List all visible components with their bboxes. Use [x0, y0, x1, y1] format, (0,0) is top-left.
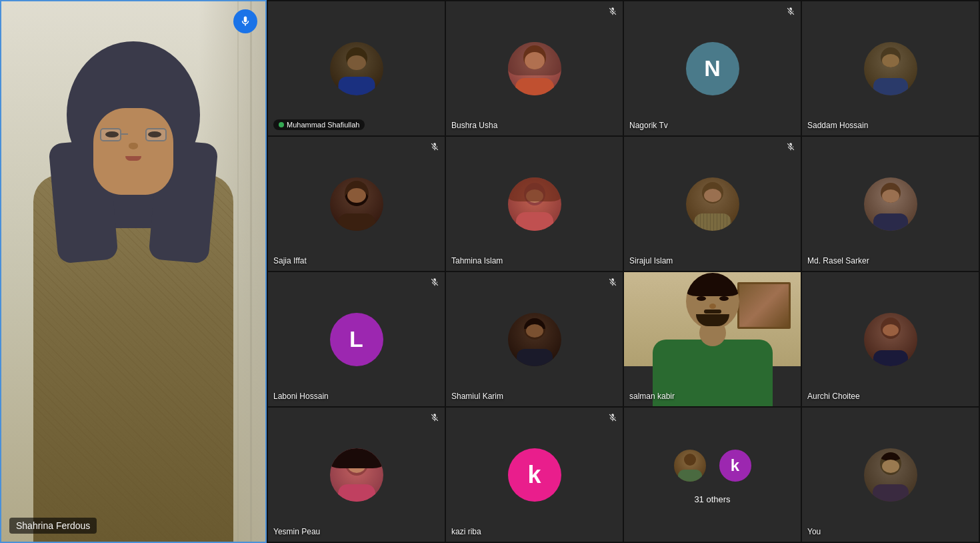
participant-tile-others[interactable]: k 31 others [624, 408, 801, 542]
participant-name-you: You [807, 527, 821, 536]
participant-tile-laboni[interactable]: L Laboni Hossain [268, 272, 445, 406]
participant-tile-sajia[interactable]: Sajia Iffat [268, 137, 445, 271]
participant-tile-nagorik[interactable]: N Nagorik Tv [624, 1, 801, 135]
participant-name-kaziriba: kazi riba [451, 527, 481, 536]
mute-icon-sajia [430, 142, 439, 153]
mute-icon-nagorik [786, 7, 795, 18]
participant-name-sajia: Sajia Iffat [273, 256, 307, 265]
participant-tile-shafiullah[interactable]: Muhammad Shafiullah [268, 1, 445, 135]
participant-tile-you[interactable]: You [802, 408, 979, 542]
participant-tile-tahmina[interactable]: Tahmina Islam [446, 137, 623, 271]
participant-name-sirajul: Sirajul Islam [629, 256, 673, 265]
participant-name-saddam: Saddam Hossain [807, 121, 868, 130]
participant-name-rasel: Md. Rasel Sarker [807, 256, 869, 265]
mute-icon-yesmin [430, 413, 439, 424]
presenter-badge: Muhammad Shafiullah [273, 119, 365, 130]
participant-name-tahmina: Tahmina Islam [451, 256, 503, 265]
participant-tile-shamiul[interactable]: Shamiul Karim [446, 272, 623, 406]
mute-icon-bushra [608, 7, 617, 18]
mute-icon-kaziriba [608, 413, 617, 424]
participant-tile-bushra[interactable]: Bushra Usha [446, 1, 623, 135]
participant-tile-yesmin[interactable]: Yesmin Peau [268, 408, 445, 542]
participant-name-aurchi: Aurchi Choitee [807, 392, 860, 401]
participants-grid: Muhammad Shafiullah Bushra Usha N Nagori… [267, 0, 980, 543]
participant-name-laboni: Laboni Hossain [273, 392, 329, 401]
mute-icon-laboni [430, 278, 439, 289]
participant-name-yesmin: Yesmin Peau [273, 527, 320, 536]
participant-tile-rasel[interactable]: Md. Rasel Sarker [802, 137, 979, 271]
main-speaker-panel: Shahrina Ferdous [0, 0, 267, 543]
participant-name-bushra: Bushra Usha [451, 121, 497, 130]
participant-tile-kaziriba[interactable]: k kazi riba [446, 408, 623, 542]
participant-tile-saddam[interactable]: Saddam Hossain [802, 1, 979, 135]
participant-tile-salman[interactable]: salman kabir [624, 272, 801, 406]
mute-icon-shamiul [608, 278, 617, 289]
main-speaker-mic-indicator [233, 9, 257, 33]
main-speaker-name: Shahrina Ferdous [9, 518, 97, 534]
participant-name-shamiul: Shamiul Karim [451, 392, 503, 401]
participant-tile-aurchi[interactable]: Aurchi Choitee [802, 272, 979, 406]
others-count-label: 31 others [694, 494, 730, 504]
participant-name-nagorik: Nagorik Tv [629, 121, 668, 130]
participant-name-salman: salman kabir [629, 392, 675, 401]
participant-tile-sirajul[interactable]: Sirajul Islam [624, 137, 801, 271]
mute-icon-sirajul [786, 142, 795, 153]
